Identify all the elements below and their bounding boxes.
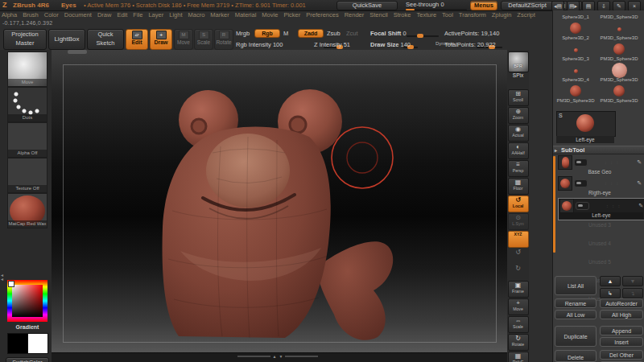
polypaint-brush-icon[interactable]: ✎ bbox=[638, 203, 643, 209]
tool-thumbnail[interactable]: PM3D_Sphere3D bbox=[597, 63, 642, 82]
menus-toggle[interactable]: Menus bbox=[470, 1, 497, 10]
menu-item[interactable]: File bbox=[133, 11, 142, 19]
menu-item[interactable]: Edit bbox=[117, 11, 127, 19]
shelf-button[interactable]: ⊙ L.Sym bbox=[508, 213, 529, 230]
reorder-arrow-button[interactable]: ↳ bbox=[600, 288, 621, 298]
reorder-arrow-button[interactable]: ▼ bbox=[622, 276, 643, 286]
subtool-row[interactable]: Unused 5 bbox=[558, 259, 642, 270]
menu-item[interactable]: Stencil bbox=[369, 11, 388, 19]
tool-thumbnail[interactable]: PM3D_Sphere3D bbox=[597, 42, 642, 61]
gradient-button[interactable]: Gradient bbox=[7, 324, 47, 330]
shelf-button[interactable]: BPR bbox=[508, 51, 529, 72]
tray-thumbnail[interactable]: MatCap Red Wax bbox=[7, 193, 47, 228]
shelf-button[interactable]: ↺ bbox=[509, 249, 528, 264]
menu-item[interactable]: Brush bbox=[23, 11, 39, 19]
tool-thumbnail[interactable]: PM3D_Sphere3D bbox=[597, 84, 642, 103]
tray-thumbnail[interactable]: Alpha Off bbox=[7, 122, 47, 158]
delete-button[interactable]: Delete bbox=[555, 350, 597, 362]
switchcolor-button[interactable]: SwitchColor bbox=[6, 357, 49, 362]
shelf-button[interactable]: ≡ Persp bbox=[508, 160, 529, 177]
menu-item[interactable]: Layer bbox=[148, 11, 163, 19]
subtool-toggle-icons[interactable]: : : : bbox=[589, 181, 635, 186]
shelf-button[interactable]: ▦ Floor bbox=[508, 178, 529, 195]
visibility-eye-icon[interactable] bbox=[574, 179, 588, 187]
focal-shift-slider[interactable] bbox=[407, 35, 439, 37]
menu-item[interactable]: Alpha bbox=[2, 11, 17, 19]
lightbox-button[interactable]: LightBox bbox=[48, 29, 85, 50]
zadd-button[interactable]: Zadd bbox=[298, 29, 324, 38]
tool-thumbnail[interactable]: PM3D_Sphere3D bbox=[555, 84, 597, 103]
selected-tool-thumbnail[interactable]: S bbox=[556, 111, 616, 137]
quick-sketch-button[interactable]: Quick Sketch bbox=[87, 29, 124, 50]
scale-button[interactable]: SScale bbox=[194, 29, 213, 50]
menu-item[interactable]: Light bbox=[169, 11, 182, 19]
shelf-button[interactable]: ⊞ Scroll bbox=[508, 89, 529, 106]
shelf-button[interactable]: XYZ bbox=[508, 231, 529, 248]
shelf-button[interactable]: ↻ Rotate bbox=[508, 334, 529, 351]
reorder-arrow-button[interactable]: ↴ bbox=[622, 288, 643, 298]
rename-button[interactable]: Rename bbox=[555, 298, 597, 308]
shelf-button[interactable]: ▣ Frame bbox=[508, 281, 529, 298]
autoreorder-button[interactable]: AutoReorder bbox=[600, 298, 643, 308]
draw-button[interactable]: ＋Draw bbox=[150, 29, 172, 50]
rotate-button[interactable]: RRotate bbox=[214, 29, 233, 50]
tool-thumbnail[interactable]: Sphere3D_3 bbox=[555, 42, 597, 61]
menu-item[interactable]: Texture bbox=[416, 11, 436, 19]
zsub-button[interactable]: Zsub bbox=[327, 30, 341, 37]
bottom-tray-handle[interactable]: ▲ ▼ bbox=[237, 354, 318, 359]
color-picker[interactable] bbox=[7, 280, 47, 322]
shelf-button[interactable]: ↻ bbox=[509, 265, 528, 280]
tool-thumbnail[interactable]: Sphere3D_2 bbox=[555, 21, 597, 40]
menu-item[interactable]: Preferences bbox=[306, 11, 338, 19]
menu-item[interactable]: Document bbox=[64, 11, 92, 19]
duplicate-button[interactable]: Duplicate bbox=[555, 326, 597, 347]
visibility-eye-icon[interactable] bbox=[574, 158, 588, 167]
mrgb-button[interactable]: Mrgb bbox=[236, 30, 250, 37]
see-through-track[interactable] bbox=[406, 9, 467, 10]
model-render[interactable] bbox=[52, 50, 507, 352]
canvas-grip-handle[interactable] bbox=[68, 50, 87, 54]
menu-item[interactable]: Tool bbox=[442, 11, 453, 19]
shelf-button[interactable]: ↺ Local bbox=[508, 195, 529, 212]
edit-button[interactable]: ▱Edit bbox=[126, 29, 148, 50]
tool-thumbnail[interactable]: PM3D_Sphere3D bbox=[597, 11, 642, 19]
see-through-slider[interactable]: See-through 0 bbox=[406, 1, 467, 10]
tray-grip-handle[interactable]: ◂◂ bbox=[1, 274, 3, 282]
m-button[interactable]: M bbox=[283, 30, 288, 37]
menu-item[interactable]: Draw bbox=[97, 11, 112, 19]
shelf-button[interactable]: ⇔ Scale bbox=[508, 316, 529, 333]
projection-master-button[interactable]: Projection Master bbox=[3, 29, 47, 50]
subtool-row[interactable]: : : : ✎ Rigth-eye bbox=[558, 177, 642, 196]
tray-thumbnail[interactable]: Move bbox=[7, 51, 47, 87]
menu-item[interactable]: Stroke bbox=[394, 11, 411, 19]
menu-item[interactable]: Marker bbox=[210, 11, 229, 19]
zcut-button[interactable]: Zcut bbox=[346, 30, 358, 37]
menu-item[interactable]: Material bbox=[235, 11, 257, 19]
subtool-row[interactable]: : : : ✎ Left-eye bbox=[558, 198, 644, 220]
append-button[interactable]: Append bbox=[600, 326, 643, 335]
menu-item[interactable]: Color bbox=[44, 11, 59, 19]
main-color-swatch[interactable] bbox=[7, 333, 28, 354]
subtool-header[interactable]: ▸ SubTool bbox=[553, 146, 644, 154]
reorder-arrow-button[interactable]: ▲ bbox=[600, 276, 621, 286]
list-all-button[interactable]: List All bbox=[555, 276, 597, 295]
menu-item[interactable]: Zplugin bbox=[492, 11, 512, 19]
all-low-button[interactable]: All Low bbox=[555, 310, 597, 319]
shelf-button[interactable]: ◉ Actual bbox=[508, 125, 529, 142]
secondary-color-swatch[interactable] bbox=[27, 333, 48, 354]
insert-button[interactable]: Insert bbox=[600, 337, 643, 347]
subtool-row[interactable]: Unused 4 bbox=[558, 241, 642, 252]
menu-item[interactable]: Transform bbox=[459, 11, 486, 19]
tool-thumbnail[interactable]: PM3D_Sphere3D bbox=[597, 21, 642, 40]
all-high-button[interactable]: All High bbox=[600, 310, 643, 319]
quicksave-button[interactable]: QuickSave bbox=[336, 1, 398, 10]
rgb-button[interactable]: Rgb bbox=[254, 29, 280, 38]
menu-item[interactable]: Picker bbox=[283, 11, 300, 19]
move-button[interactable]: MMove bbox=[174, 29, 193, 50]
polypaint-brush-icon[interactable]: ✎ bbox=[637, 159, 642, 166]
shelf-button[interactable]: SPix bbox=[509, 73, 528, 88]
subtool-row[interactable]: Unused 3 bbox=[558, 222, 642, 233]
shelf-button[interactable]: ▦ PolyF bbox=[508, 352, 529, 362]
menu-item[interactable]: Movie bbox=[262, 11, 278, 19]
visibility-eye-icon[interactable] bbox=[576, 202, 589, 210]
